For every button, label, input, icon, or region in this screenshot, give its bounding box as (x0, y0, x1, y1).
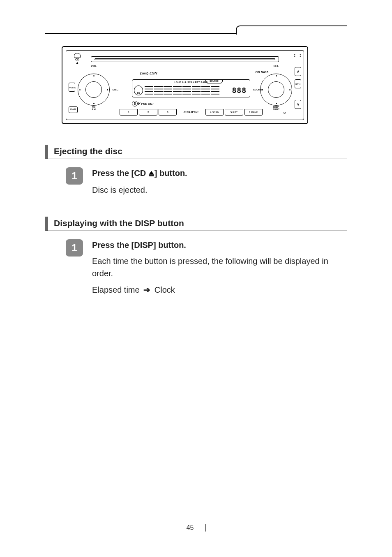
svg-marker-2 (149, 171, 154, 175)
step-result-lead: Each time the button is pressed, the fol… (92, 255, 347, 280)
eject-icon (148, 168, 154, 180)
disc-label: DISC (113, 88, 118, 91)
step-result: Disc is ejected. (92, 184, 347, 196)
eq-icon (134, 86, 143, 95)
preset-2[interactable]: 2 (139, 109, 157, 116)
up-button[interactable]: ∧ (295, 67, 301, 76)
svg-rect-3 (149, 175, 154, 176)
down-button[interactable]: ∨ (295, 100, 301, 109)
indicator-dot (284, 112, 286, 114)
page-number: 45 (187, 524, 206, 532)
display-digits: 888 (232, 86, 247, 95)
sound-label: SOUND (253, 88, 262, 91)
source-tab: SOURCE (205, 79, 223, 83)
header-rule (45, 25, 347, 34)
lcd-display: SOURCE LOUD ALL SCAN RPT RAND 888 (132, 79, 250, 97)
aux-button[interactable] (66, 51, 71, 55)
preset-row: 1 2 3 /ECLIPSE 4SCAN 5RPT 6RAND (120, 109, 263, 116)
section-ejecting: Ejecting the disc 1 Press the [CD ] butt… (45, 145, 347, 196)
eject-icon: ▲ (72, 61, 83, 65)
section-title-eject: Ejecting the disc (54, 146, 347, 156)
disp-func-label: DISP FUNC (273, 106, 280, 111)
right-knob[interactable]: SOUND DISP FUNC (260, 74, 292, 106)
preout-label: 5V PRE OUT (132, 101, 154, 106)
mute-button[interactable]: MUTE (69, 83, 75, 92)
preset-1[interactable]: 1 (120, 109, 138, 116)
arrow-icon: ➔ (140, 285, 154, 294)
step-number: 1 (66, 239, 83, 257)
step-number: 1 (66, 167, 83, 185)
power-button[interactable]: PWR (69, 106, 78, 113)
cd-player-unit: CD ▲ VOL SEL CD 5405 discESN DISC (62, 46, 308, 124)
disc-slot (91, 56, 279, 62)
top-pill-indicator (294, 54, 301, 57)
section-disp: Displaying with the DISP button 1 Press … (45, 217, 347, 296)
preset-4-scan[interactable]: 4SCAN (205, 109, 224, 116)
step-sequence: Elapsed time ➔ Clock (92, 284, 347, 296)
section-title-disp: Displaying with the DISP button (54, 218, 347, 228)
preset-6-rand[interactable]: 6RAND (244, 109, 263, 116)
return-button[interactable]: RTN (295, 79, 301, 88)
spectrum-bars (145, 86, 219, 95)
model-label: CD 5405 (255, 70, 268, 74)
sel-label: SEL (273, 65, 279, 67)
esn-badge: discESN (140, 71, 157, 75)
fm-am-label: FM AM (92, 106, 95, 111)
step-instruction: Press the [DISP] button. (92, 239, 347, 251)
eclipse-logo: /ECLIPSE (178, 109, 204, 116)
device-diagram: CD ▲ VOL SEL CD 5405 discESN DISC (45, 46, 347, 124)
left-knob[interactable]: DISC FM AM (78, 74, 110, 106)
vol-label: VOL (91, 65, 97, 67)
step-instruction: Press the [CD ] button. (92, 167, 347, 180)
display-indicators: LOUD ALL SCAN RPT RAND (135, 81, 247, 83)
preset-3[interactable]: 3 (159, 109, 177, 116)
cd-eject-button[interactable]: CD ▲ (72, 53, 83, 65)
preset-5-rpt[interactable]: 5RPT (225, 109, 243, 116)
